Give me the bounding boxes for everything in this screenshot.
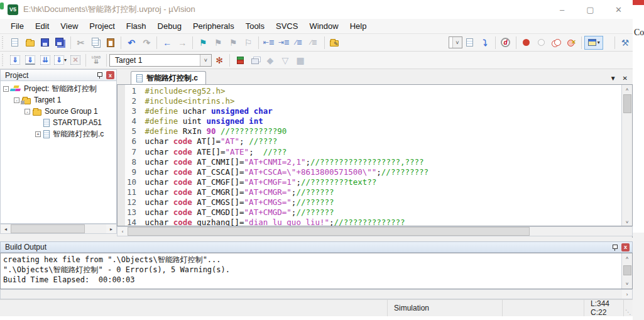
build-output-close-button[interactable]: x: [621, 243, 630, 251]
minimize-button[interactable]: –: [548, 0, 576, 19]
open-file-button[interactable]: [23, 35, 38, 50]
toolbar-grip[interactable]: [2, 36, 5, 49]
file-extensions-button[interactable]: ▽: [278, 53, 293, 68]
code-line[interactable]: 5 #define RxIn 90 //??????????90: [125, 126, 621, 136]
menu-view[interactable]: View: [55, 19, 84, 33]
build-output-body[interactable]: creating hex file from ".\Objects\智能路灯控制…: [0, 253, 633, 289]
tab-list-dropdown-icon[interactable]: ▼: [610, 75, 616, 82]
menu-svcs[interactable]: SVCS: [270, 19, 303, 33]
scroll-thumb[interactable]: [11, 224, 85, 233]
code-line[interactable]: 3 #define uchar unsigned char: [125, 106, 621, 116]
editor-vertical-scrollbar[interactable]: ˄ ˅: [621, 85, 632, 226]
multi-project-button[interactable]: ◆: [263, 53, 278, 68]
pin-icon[interactable]: [612, 244, 618, 251]
disable-all-breakpoints-button[interactable]: [548, 35, 564, 50]
new-file-button[interactable]: [8, 35, 23, 50]
copy-button[interactable]: [89, 35, 104, 50]
scroll-up-icon[interactable]: ˄: [623, 253, 632, 263]
toggle-bookmark-button[interactable]: ⚑: [195, 35, 210, 50]
menu-edit[interactable]: Edit: [30, 19, 55, 33]
build-vertical-scrollbar[interactable]: ˄ ˅: [621, 253, 632, 289]
indent-button[interactable]: ⇥≣: [276, 35, 292, 50]
menu-project[interactable]: Project: [84, 19, 120, 33]
project-horizontal-scrollbar[interactable]: ◂ ▸: [0, 224, 117, 234]
code-line[interactable]: 8 uchar code AT_CNMI[]="AT+CNMI=2,1";//?…: [125, 157, 621, 167]
scroll-down-icon[interactable]: ˅: [623, 218, 632, 226]
menu-peripherals[interactable]: Peripherals: [187, 19, 240, 33]
close-document-icon[interactable]: ✕: [623, 75, 628, 82]
stop-build-button[interactable]: ✕: [68, 53, 83, 68]
manage-rte-button[interactable]: [232, 53, 248, 68]
pack-installer-button[interactable]: ▦: [293, 53, 308, 68]
breakpoint-margin[interactable]: [117, 85, 125, 226]
translate-button[interactable]: ⇓: [8, 53, 23, 68]
menu-tools[interactable]: Tools: [240, 19, 270, 33]
code-line[interactable]: 13 uchar code AT_CMGD[]="AT+CMGD=";//???…: [125, 207, 621, 218]
scroll-thumb[interactable]: [128, 227, 530, 236]
collapse-icon[interactable]: -: [14, 97, 19, 103]
find-in-files-button[interactable]: ✎: [327, 35, 342, 50]
build-horizontal-scrollbar[interactable]: ›: [0, 289, 633, 299]
code-line[interactable]: 6 uchar code AT[]="AT"; //????: [125, 136, 621, 146]
collapse-icon[interactable]: -: [3, 86, 9, 92]
save-button[interactable]: [38, 35, 53, 50]
scroll-down-icon[interactable]: ˅: [623, 279, 632, 289]
pin-icon[interactable]: [97, 72, 102, 79]
scroll-thumb[interactable]: [623, 94, 631, 113]
next-bookmark-button[interactable]: ⚑: [210, 35, 226, 50]
paste-button[interactable]: [104, 35, 119, 50]
expand-icon[interactable]: +: [35, 131, 41, 137]
code-line[interactable]: 4 #define uint unsigned int: [125, 116, 621, 126]
code-line[interactable]: 14 uchar code guzhang[]="dian lu guo liu…: [125, 218, 621, 226]
configure-button[interactable]: ⚒: [618, 35, 633, 50]
code-line[interactable]: 9 uchar code AT_CSCA[]="AT+CSCA=\"+86138…: [125, 167, 621, 177]
close-button[interactable]: ✕: [604, 0, 633, 19]
collapse-icon[interactable]: -: [25, 109, 30, 114]
menu-flash[interactable]: Flash: [121, 19, 152, 33]
clear-bookmarks-button[interactable]: ⚐: [241, 35, 256, 50]
enable-breakpoint-button[interactable]: [533, 35, 548, 50]
batch-build-button[interactable]: ⇓▾: [53, 53, 68, 68]
build-button[interactable]: ⇓: [23, 53, 38, 68]
scroll-thumb[interactable]: [623, 265, 631, 275]
find-in-files-doc-button[interactable]: [462, 35, 478, 50]
window-views-button[interactable]: ▾: [584, 36, 603, 50]
unindent-button[interactable]: ⇤≣: [261, 35, 276, 50]
prev-bookmark-button[interactable]: ⚑: [226, 35, 241, 50]
rebuild-button[interactable]: ⇊: [38, 53, 53, 68]
kill-all-breakpoints-button[interactable]: [564, 35, 579, 50]
options-for-target-button[interactable]: ✻: [212, 53, 227, 68]
uncomment-selection-button[interactable]: ∕≣: [307, 35, 322, 50]
start-stop-debug-button[interactable]: d: [498, 35, 513, 50]
scroll-left-icon[interactable]: ◂: [1, 224, 11, 233]
incremental-find-button[interactable]: ⤵: [478, 35, 493, 50]
undo-button[interactable]: ↶: [124, 35, 139, 50]
download-button[interactable]: LOAD⇊: [89, 53, 104, 68]
menu-help[interactable]: Help: [344, 19, 373, 33]
menu-debug[interactable]: Debug: [152, 19, 187, 33]
save-all-button[interactable]: [53, 35, 68, 50]
maximize-button[interactable]: ▢: [576, 0, 604, 19]
editor-horizontal-scrollbar[interactable]: ‹: [117, 226, 633, 236]
find-text-combo[interactable]: ˅: [449, 36, 462, 48]
tree-item-source-group-1[interactable]: -Source Group 1: [1, 106, 116, 117]
tree-item-startup-a51[interactable]: STARTUP.A51: [1, 117, 116, 128]
scroll-up-icon[interactable]: ˄: [623, 85, 632, 94]
comment-selection-button[interactable]: ∕≣: [292, 35, 307, 50]
code-line[interactable]: 11 uchar code AT_CMGR[]="AT+CMGR=";//???…: [125, 187, 621, 197]
scroll-right-icon[interactable]: ▸: [106, 224, 116, 233]
code-line[interactable]: 7 uchar code ATE[]="ATE"; //???: [125, 147, 621, 157]
redo-button[interactable]: ↷: [139, 35, 154, 50]
target-select[interactable]: Target 1 ˅: [109, 54, 212, 67]
scroll-left-icon[interactable]: ‹: [117, 227, 128, 236]
code-line[interactable]: 12 uchar code AT_CMGS[]="AT+CMGS=";//???…: [125, 197, 621, 207]
manage-project-items-button[interactable]: [248, 53, 263, 68]
scroll-right-icon[interactable]: ›: [622, 290, 632, 299]
tree-item-main-c[interactable]: +智能路灯控制.c: [1, 128, 116, 140]
code-line[interactable]: 1 #include<reg52.h>: [125, 86, 621, 96]
tab-main-file[interactable]: 智能路灯控制.c: [131, 71, 206, 84]
project-panel-close-button[interactable]: x: [106, 71, 114, 79]
navigate-back-button[interactable]: ←: [160, 35, 175, 50]
navigate-forward-button[interactable]: →: [175, 35, 190, 50]
code-line[interactable]: 2 #include<intrins.h>: [125, 96, 621, 106]
